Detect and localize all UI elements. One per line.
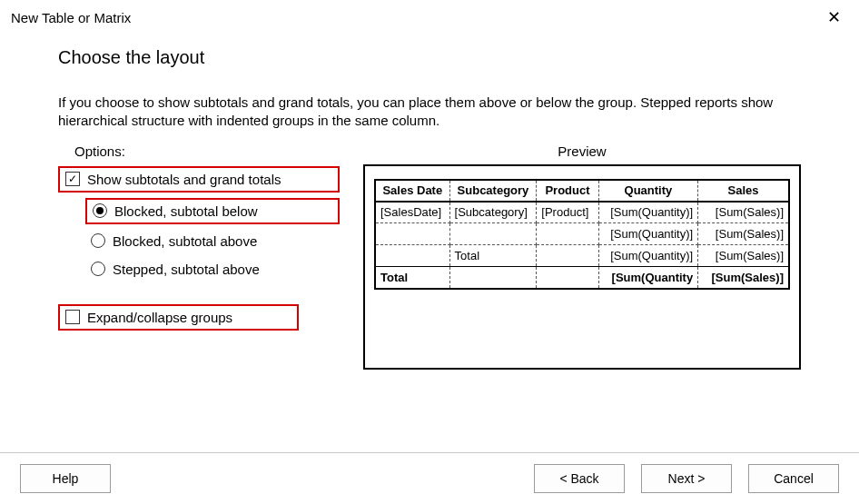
next-button[interactable]: Next > (641, 464, 732, 493)
radio-blocked-above-label: Blocked, subtotal above (113, 233, 257, 249)
checkbox-show-totals[interactable]: ✓ Show subtotals and grand totals (58, 166, 340, 193)
td: [Sum(Quantity (598, 267, 697, 289)
th: Sales (698, 180, 789, 202)
radio-blocked-below[interactable]: Blocked, subtotal below (85, 198, 340, 224)
td: [Product] (537, 202, 598, 223)
td: [Sum(Sales)] (698, 267, 789, 289)
table-row: [Sum(Quantity)] [Sum(Sales)] (375, 223, 789, 245)
th: Subcategory (449, 180, 537, 202)
radio-blocked-above[interactable]: Blocked, subtotal above (85, 230, 340, 252)
th: Product (537, 180, 598, 202)
checkbox-empty-icon (65, 310, 80, 324)
th: Sales Date (375, 180, 449, 202)
table-total-row: Total [Sum(Quantity [Sum(Sales)] (375, 267, 789, 289)
td: [Sum(Quantity)] (598, 245, 697, 267)
body-row: Options: ✓ Show subtotals and grand tota… (58, 143, 801, 370)
td (375, 223, 449, 245)
td (449, 267, 537, 289)
preview-frame: Sales Date Subcategory Product Quantity … (363, 164, 801, 370)
titlebar: New Table or Matrix ✕ (0, 0, 859, 31)
radio-stepped-above[interactable]: Stepped, subtotal above (85, 258, 340, 281)
td: [Sum(Sales)] (698, 202, 789, 223)
td: [Sum(Quantity)] (598, 223, 697, 245)
td (537, 245, 598, 267)
footer: Help < Back Next > Cancel (0, 452, 859, 504)
td: [Sum(Sales)] (698, 223, 789, 245)
radio-icon (91, 233, 105, 248)
window-title: New Table or Matrix (11, 10, 131, 25)
td: [Subcategory] (449, 202, 537, 223)
td (449, 223, 537, 245)
td: Total (449, 245, 537, 267)
options-label: Options: (74, 143, 340, 159)
preview-table: Sales Date Subcategory Product Quantity … (374, 179, 790, 290)
td (537, 223, 598, 245)
page-heading: Choose the layout (58, 47, 801, 68)
td: [SalesDate] (375, 202, 449, 223)
back-button[interactable]: < Back (534, 464, 625, 493)
td: [Sum(Sales)] (698, 245, 789, 267)
radio-stepped-above-label: Stepped, subtotal above (113, 262, 260, 277)
radio-blocked-below-label: Blocked, subtotal below (114, 203, 258, 219)
options-column: Options: ✓ Show subtotals and grand tota… (58, 143, 340, 331)
content: Choose the layout If you choose to show … (0, 31, 859, 379)
table-header-row: Sales Date Subcategory Product Quantity … (375, 180, 789, 202)
checkbox-show-totals-label: Show subtotals and grand totals (87, 172, 281, 187)
cancel-button[interactable]: Cancel (748, 464, 839, 493)
preview-label: Preview (363, 143, 801, 159)
checkbox-expand-collapse-label: Expand/collapse groups (87, 310, 232, 325)
close-icon[interactable]: ✕ (822, 7, 846, 27)
td: [Sum(Quantity)] (598, 202, 697, 223)
checkbox-expand-collapse[interactable]: Expand/collapse groups (58, 304, 299, 331)
th: Quantity (598, 180, 697, 202)
preview-column: Preview Sales Date Subcategory Product Q… (363, 143, 801, 370)
help-button[interactable]: Help (20, 464, 111, 493)
td: Total (375, 267, 449, 289)
table-row: Total [Sum(Quantity)] [Sum(Sales)] (375, 245, 789, 267)
description-text: If you choose to show subtotals and gran… (58, 94, 801, 131)
table-row: [SalesDate] [Subcategory] [Product] [Sum… (375, 202, 789, 223)
td (375, 245, 449, 267)
checkmark-icon: ✓ (65, 172, 80, 186)
radio-icon (91, 262, 105, 276)
radio-icon (93, 203, 107, 218)
td (537, 267, 598, 289)
